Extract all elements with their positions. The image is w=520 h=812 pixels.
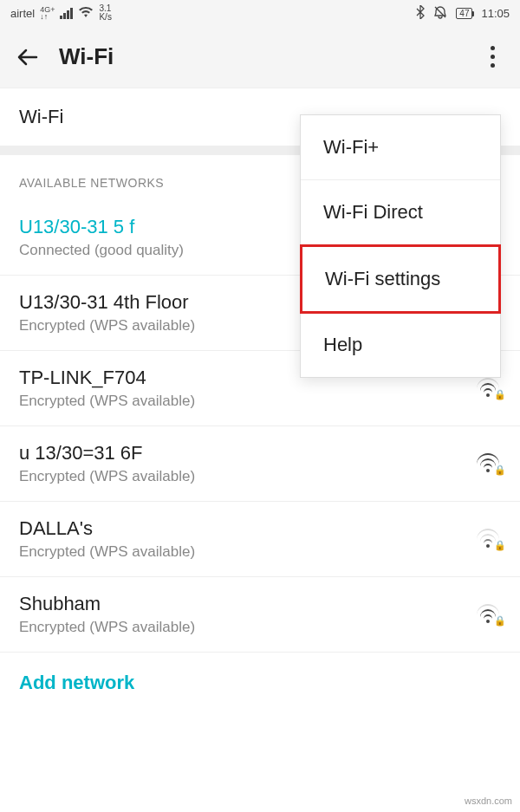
battery-icon: 47 [456,8,472,19]
wifi-toggle-label: Wi-Fi [19,106,63,128]
network-item[interactable]: DALLA's Encrypted (WPS available) 🔒 [0,502,520,577]
network-status: Encrypted (WPS available) [19,619,463,636]
app-bar: Wi-Fi [0,26,520,88]
menu-item-wifi-settings[interactable]: Wi-Fi settings [300,244,501,314]
network-name: DALLA's [19,517,463,540]
wifi-signal-icon: 🔒 [475,378,501,399]
network-status: Encrypted (WPS available) [19,393,463,410]
carrier-label: airtel [10,7,35,20]
overflow-menu-button[interactable] [480,45,504,69]
wifi-signal-icon: 🔒 [475,529,501,549]
network-text: Shubham Encrypted (WPS available) [19,593,463,636]
status-bar: airtel 4G+ ↓↑ 3.1 K/s 47 11:05 [0,0,520,26]
network-text: u 13/30=31 6F Encrypted (WPS available) [19,442,463,485]
add-network-button[interactable]: Add network [0,653,520,713]
status-right: 47 11:05 [416,5,510,22]
network-status: Encrypted (WPS available) [19,543,463,561]
wifi-signal-icon: 🔒 [475,453,501,474]
signal-icon [60,8,73,19]
network-item[interactable]: Shubham Encrypted (WPS available) 🔒 [0,577,520,653]
wifi-signal-icon: 🔒 [475,604,501,625]
wifi-status-icon [78,6,94,21]
mute-icon [433,5,447,22]
network-text: DALLA's Encrypted (WPS available) [19,517,463,561]
bluetooth-icon [416,5,425,22]
back-arrow-icon [16,45,40,69]
data-speed: 3.1 K/s [99,4,111,22]
watermark: wsxdn.com [462,795,515,807]
lock-icon: 🔒 [494,464,506,476]
menu-item-wifi-plus[interactable]: Wi-Fi+ [301,115,500,180]
lock-icon: 🔒 [494,615,506,627]
back-button[interactable] [16,45,40,69]
status-left: airtel 4G+ ↓↑ 3.1 K/s [10,4,112,22]
page-title: Wi-Fi [59,43,461,70]
network-type: 4G+ ↓↑ [40,6,55,20]
lock-icon: 🔒 [494,540,506,551]
menu-item-help[interactable]: Help [301,313,500,377]
lock-icon: 🔒 [494,389,506,400]
network-status: Encrypted (WPS available) [19,468,463,485]
network-item[interactable]: u 13/30=31 6F Encrypted (WPS available) … [0,426,520,502]
clock: 11:05 [481,7,510,20]
network-name: Shubham [19,593,463,615]
overflow-menu: Wi-Fi+ Wi-Fi Direct Wi-Fi settings Help [300,114,501,378]
menu-item-wifi-direct[interactable]: Wi-Fi Direct [301,180,500,245]
more-vert-icon [491,46,495,68]
network-name: u 13/30=31 6F [19,442,463,464]
